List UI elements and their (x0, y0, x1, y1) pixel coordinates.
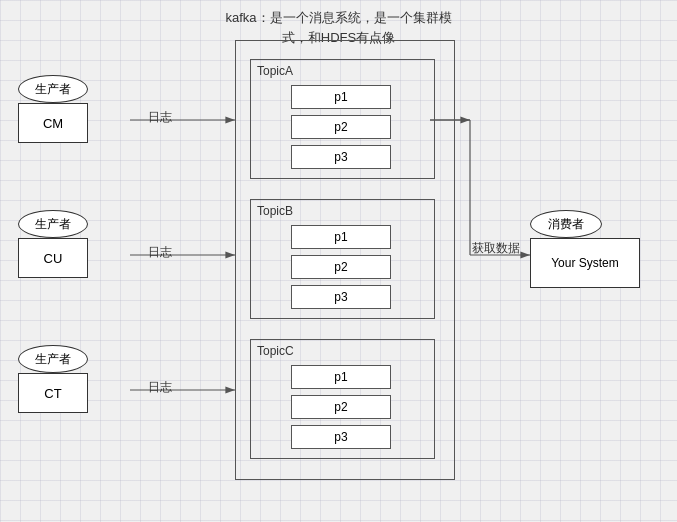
topic-a-p1: p1 (291, 85, 391, 109)
topic-c-p2: p2 (291, 395, 391, 419)
producer-1-label: 生产者 (18, 75, 88, 103)
topic-b-p2: p2 (291, 255, 391, 279)
consumer-label: 消费者 (530, 210, 602, 238)
producer-3-arrow-label: 日志 (148, 379, 172, 396)
producer-1-box: CM (18, 103, 88, 143)
topic-c-box: TopicC p1 p2 p3 (250, 339, 435, 459)
consumer-arrow-label: 获取数据 (472, 240, 520, 257)
producer-2-label: 生产者 (18, 210, 88, 238)
topic-c-label: TopicC (257, 344, 294, 358)
kafka-container: TopicA p1 p2 p3 TopicB p1 p2 p (235, 40, 455, 480)
topic-b-box: TopicB p1 p2 p3 (250, 199, 435, 319)
producer-2-box: CU (18, 238, 88, 278)
producer-3-box: CT (18, 373, 88, 413)
consumer-box: Your System (530, 238, 640, 288)
topic-c-p1: p1 (291, 365, 391, 389)
topic-c-p3: p3 (291, 425, 391, 449)
canvas: kafka：是一个消息系统，是一个集群模 式，和HDFS有点像 生产者 (0, 0, 677, 522)
topic-a-p2: p2 (291, 115, 391, 139)
producer-3-label: 生产者 (18, 345, 88, 373)
topic-a-p3: p3 (291, 145, 391, 169)
topic-b-p3: p3 (291, 285, 391, 309)
topic-b-p1: p1 (291, 225, 391, 249)
topic-b-label: TopicB (257, 204, 293, 218)
topic-a-label: TopicA (257, 64, 293, 78)
topic-a-box: TopicA p1 p2 p3 (250, 59, 435, 179)
producer-1-arrow-label: 日志 (148, 109, 172, 126)
producer-2-arrow-label: 日志 (148, 244, 172, 261)
